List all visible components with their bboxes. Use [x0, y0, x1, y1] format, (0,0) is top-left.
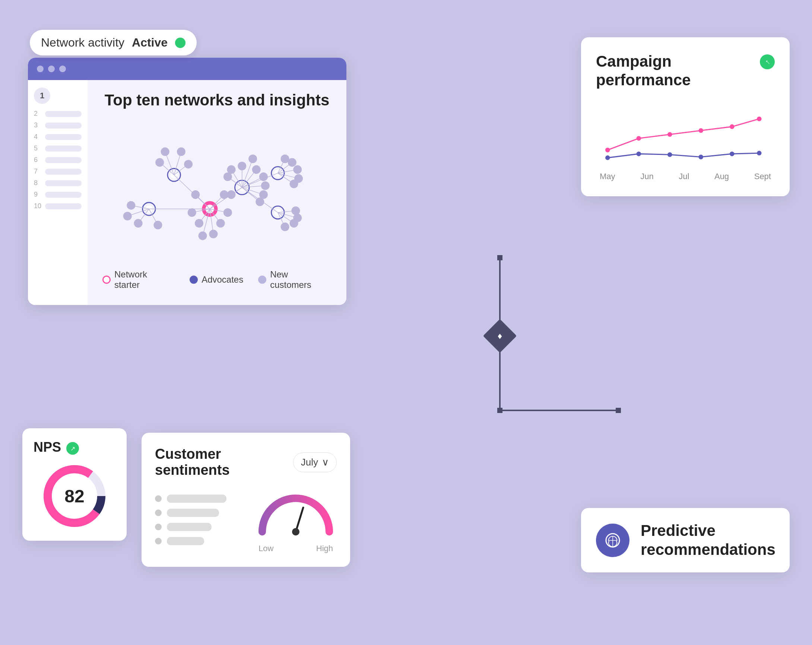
month-jul: Jul	[679, 172, 689, 181]
gauge-area: Low High	[255, 487, 337, 554]
sent-bar-3	[167, 523, 212, 531]
brain-icon	[603, 531, 622, 550]
sentiments-title: Customer sentiments	[155, 446, 293, 478]
filter-icon: ⬧	[496, 329, 503, 341]
sidebar-items-list: 2 3 4 5 6	[34, 110, 82, 210]
svg-point-88	[636, 136, 641, 141]
predictive-recommendations-card: Predictive recommendations	[581, 508, 790, 572]
network-activity-label: Network activity	[41, 36, 124, 50]
sidebar-row-5: 5	[34, 145, 82, 152]
sent-bar-1	[167, 494, 226, 503]
svg-point-68	[293, 165, 302, 174]
svg-point-70	[290, 180, 298, 188]
sidebar-num-7: 7	[34, 168, 41, 175]
svg-point-87	[605, 148, 610, 152]
sidebar-bar-7	[45, 169, 82, 175]
svg-point-7	[123, 212, 132, 221]
sidebar-row-7: 7	[34, 168, 82, 175]
sidebar-num-8: 8	[34, 179, 41, 187]
gauge-low-label: Low	[258, 544, 273, 554]
sent-dot-4	[155, 538, 162, 544]
sidebar-num-4: 4	[34, 133, 41, 141]
campaign-arrow-badge: ↑	[760, 54, 775, 69]
sentiments-body: Low High	[155, 487, 337, 554]
svg-rect-105	[616, 408, 621, 413]
svg-point-30	[195, 219, 203, 227]
svg-line-85	[174, 175, 210, 209]
sidebar-row-3: 3	[34, 121, 82, 129]
svg-point-58	[238, 162, 246, 170]
svg-point-8	[134, 219, 143, 227]
gauge-high-label: High	[316, 544, 333, 554]
month-jun: Jun	[640, 172, 653, 181]
svg-point-31	[217, 219, 225, 227]
sidebar-row-4: 4	[34, 133, 82, 141]
month-aug: Aug	[714, 172, 729, 181]
svg-line-82	[210, 187, 242, 209]
sent-dot-3	[155, 524, 162, 530]
svg-point-110	[292, 528, 299, 535]
svg-line-84	[242, 187, 278, 212]
chevron-down-icon: ∨	[322, 457, 329, 468]
campaign-performance-card: Campaign performance ↑ May	[581, 37, 790, 196]
legend-label-advocates: Advocates	[201, 274, 243, 285]
sidebar-num-5: 5	[34, 145, 41, 152]
svg-point-92	[757, 117, 762, 121]
legend-dot-pink	[102, 276, 111, 284]
main-dashboard-window: 1 2 3 4 5 6	[28, 58, 346, 305]
svg-point-94	[636, 152, 641, 156]
sidebar-bar-3	[45, 122, 82, 128]
svg-point-93	[605, 155, 610, 160]
svg-point-28	[191, 190, 200, 199]
campaign-chart	[596, 101, 775, 168]
sidebar-bar-4	[45, 134, 82, 140]
predictive-title: Predictive recommendations	[641, 521, 775, 559]
sidebar-num-10: 10	[34, 202, 41, 210]
svg-point-96	[698, 154, 703, 159]
legend-new-customers: New customers	[258, 269, 331, 290]
svg-point-16	[155, 158, 164, 167]
svg-point-18	[177, 148, 186, 156]
svg-point-52	[261, 181, 270, 190]
predictive-icon	[596, 524, 629, 557]
network-graph	[102, 120, 331, 262]
sidebar-num-2: 2	[34, 110, 41, 118]
donut-chart: 82	[34, 462, 116, 529]
svg-point-95	[667, 152, 672, 157]
svg-point-89	[667, 132, 672, 137]
sidebar-bar-10	[45, 203, 82, 209]
network-activity-status: Active	[132, 36, 168, 50]
svg-line-109	[296, 508, 303, 532]
legend-label-starter: Network starter	[114, 269, 175, 290]
svg-point-6	[127, 201, 135, 210]
svg-point-56	[223, 172, 232, 181]
svg-point-17	[161, 148, 169, 156]
sidebar-bar-5	[45, 146, 82, 152]
sentiments-bars	[155, 487, 247, 554]
network-legend: Network starter Advocates New customers	[102, 262, 331, 294]
svg-point-98	[757, 151, 762, 156]
sidebar-row-6: 6	[34, 156, 82, 164]
legend-advocates: Advocates	[189, 269, 243, 290]
svg-point-32	[188, 208, 196, 217]
sidebar-bar-9	[45, 192, 82, 198]
customer-sentiments-card: Customer sentiments July ∨	[142, 433, 350, 567]
legend-dot-blue	[189, 276, 198, 284]
sent-dot-1	[155, 495, 162, 502]
nps-arrow-badge: ↗	[66, 442, 79, 455]
sidebar-num-6: 6	[34, 156, 41, 164]
campaign-title-text: Campaign performance	[596, 52, 691, 88]
gauge-labels: Low High	[255, 544, 337, 554]
legend-network-starter: Network starter	[102, 269, 175, 290]
nps-header: NPS ↗	[34, 439, 116, 455]
sidebar-row-8: 8	[34, 179, 82, 187]
svg-rect-101	[483, 319, 517, 353]
window-titlebar	[28, 58, 346, 80]
july-dropdown[interactable]: July ∨	[293, 453, 337, 472]
network-graph-svg	[102, 120, 331, 262]
svg-point-78	[291, 206, 300, 215]
svg-point-51	[259, 172, 268, 181]
window-dot-3	[59, 66, 66, 72]
sidebar-row-9: 9	[34, 191, 82, 198]
network-activity-badge: Network activity Active	[30, 30, 197, 55]
